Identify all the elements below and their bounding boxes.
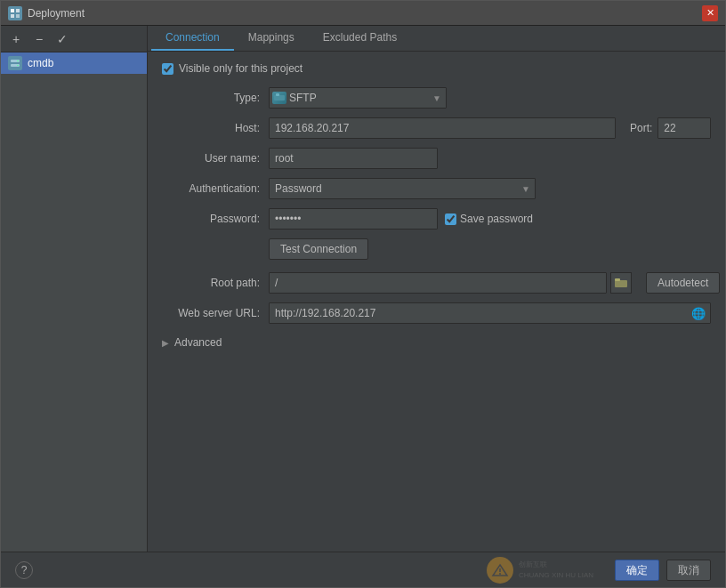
sidebar-item-cmdb[interactable]: cmdb bbox=[1, 52, 147, 74]
host-row: Host: Port: bbox=[162, 117, 711, 139]
auth-field: Password Key pair (OpenSSH or PuTTY) Ope… bbox=[269, 178, 711, 199]
password-row: Password: Save password bbox=[162, 208, 711, 230]
web-server-label: Web server URL: bbox=[162, 307, 269, 319]
root-path-input[interactable] bbox=[269, 272, 607, 294]
password-field: Save password bbox=[269, 208, 711, 230]
svg-rect-3 bbox=[16, 14, 20, 18]
advanced-arrow-icon: ▶ bbox=[162, 338, 169, 348]
port-group: Port: bbox=[630, 117, 711, 139]
deployment-window: Deployment ✕ + − ✓ cmdb bbox=[0, 0, 726, 588]
visible-only-label: Visible only for this project bbox=[179, 62, 302, 75]
watermark: 创新互联 CHUANG XIN HU LIAN bbox=[487, 557, 593, 584]
root-path-field: Autodetect bbox=[269, 272, 720, 294]
brand-logo bbox=[487, 557, 513, 584]
cancel-button[interactable]: 取消 bbox=[666, 560, 711, 581]
footer: ? 创新互联 CHUANG XIN HU LIAN 确定 取消 bbox=[1, 552, 725, 587]
test-connection-button[interactable]: Test Connection bbox=[269, 238, 368, 260]
window-icon bbox=[8, 6, 22, 20]
root-path-group bbox=[269, 272, 632, 294]
svg-rect-1 bbox=[16, 9, 20, 12]
web-server-row: Web server URL: 🌐 bbox=[162, 302, 711, 324]
footer-left: ? bbox=[15, 561, 480, 579]
check-button[interactable]: ✓ bbox=[52, 29, 72, 49]
sidebar-toolbar: + − ✓ bbox=[1, 26, 147, 52]
svg-rect-0 bbox=[11, 9, 14, 12]
panel-content: Visible only for this project Type: bbox=[148, 52, 725, 552]
tab-mappings[interactable]: Mappings bbox=[234, 26, 309, 51]
type-field: SFTP FTP FTPS Local or mounted folder ▼ bbox=[269, 87, 711, 109]
web-server-input[interactable] bbox=[269, 302, 711, 324]
tab-connection[interactable]: Connection bbox=[151, 26, 234, 51]
svg-rect-10 bbox=[615, 280, 627, 287]
auth-select[interactable]: Password Key pair (OpenSSH or PuTTY) Ope… bbox=[269, 178, 536, 199]
host-label: Host: bbox=[162, 122, 269, 134]
watermark-text: 创新互联 CHUANG XIN HU LIAN bbox=[519, 560, 593, 579]
type-select-wrapper: SFTP FTP FTPS Local or mounted folder ▼ bbox=[269, 87, 447, 109]
svg-point-7 bbox=[17, 65, 19, 67]
host-input[interactable] bbox=[269, 117, 616, 139]
username-field bbox=[269, 148, 711, 169]
test-connection-row: Test Connection bbox=[269, 238, 711, 260]
close-button[interactable]: ✕ bbox=[702, 5, 718, 21]
autodetect-button[interactable]: Autodetect bbox=[646, 272, 720, 294]
server-icon bbox=[8, 56, 22, 70]
sidebar: + − ✓ cmdb bbox=[1, 26, 148, 552]
port-label: Port: bbox=[630, 122, 652, 134]
auth-label: Authentication: bbox=[162, 182, 269, 195]
svg-point-14 bbox=[499, 573, 501, 575]
window-title: Deployment bbox=[28, 7, 702, 20]
auth-row: Authentication: Password Key pair (OpenS… bbox=[162, 178, 711, 199]
advanced-label: Advanced bbox=[174, 336, 222, 349]
username-input[interactable] bbox=[269, 148, 438, 169]
browse-folder-button[interactable] bbox=[610, 272, 632, 294]
svg-rect-2 bbox=[11, 14, 14, 18]
visible-only-checkbox[interactable] bbox=[162, 63, 173, 75]
host-field: Port: bbox=[269, 117, 711, 139]
title-bar: Deployment ✕ bbox=[1, 1, 725, 26]
help-button[interactable]: ? bbox=[15, 561, 33, 579]
svg-rect-11 bbox=[615, 278, 620, 281]
username-row: User name: bbox=[162, 148, 711, 169]
type-row: Type: SFTP FTP bbox=[162, 87, 711, 109]
sidebar-item-label: cmdb bbox=[28, 57, 53, 69]
username-label: User name: bbox=[162, 152, 269, 165]
save-password-checkbox[interactable] bbox=[445, 213, 456, 225]
ok-button[interactable]: 确定 bbox=[615, 560, 659, 581]
remove-button[interactable]: − bbox=[29, 29, 49, 49]
visible-only-row: Visible only for this project bbox=[162, 62, 711, 75]
save-password-group: Save password bbox=[445, 213, 533, 225]
tabs: Connection Mappings Excluded Paths bbox=[148, 26, 725, 52]
advanced-row[interactable]: ▶ Advanced bbox=[162, 333, 711, 352]
password-input[interactable] bbox=[269, 208, 438, 230]
main-panel: Connection Mappings Excluded Paths Visib… bbox=[148, 26, 725, 552]
add-button[interactable]: + bbox=[6, 29, 26, 49]
tab-excluded-paths[interactable]: Excluded Paths bbox=[309, 26, 411, 51]
type-select[interactable]: SFTP FTP FTPS Local or mounted folder bbox=[269, 87, 447, 109]
port-input[interactable] bbox=[657, 117, 711, 139]
web-server-field: 🌐 bbox=[269, 302, 711, 324]
root-path-row: Root path: Autodetect bbox=[162, 272, 711, 294]
web-server-group: 🌐 bbox=[269, 302, 711, 324]
svg-point-6 bbox=[17, 60, 19, 62]
save-password-label: Save password bbox=[460, 213, 533, 225]
type-label: Type: bbox=[162, 92, 269, 104]
auth-select-wrapper: Password Key pair (OpenSSH or PuTTY) Ope… bbox=[269, 178, 536, 199]
root-path-label: Root path: bbox=[162, 277, 269, 289]
password-label: Password: bbox=[162, 213, 269, 225]
